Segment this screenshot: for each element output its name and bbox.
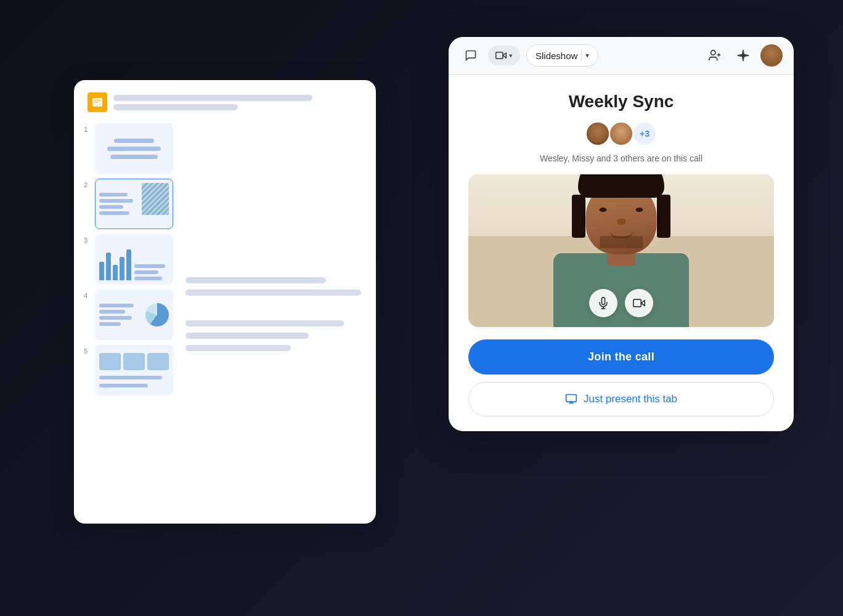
content-line-3 [185,320,344,326]
slide-5-boxes [99,353,169,370]
slide-1-item[interactable]: 1 [84,123,173,174]
participants-row: +3 [468,121,774,146]
more-count-label: +3 [640,129,650,139]
toolbar: ▾ Slideshow ▾ [449,37,794,75]
slide-1-content [96,134,173,164]
content-line-5 [185,345,291,351]
slide-5-content [96,349,173,391]
slides-title-bar [113,95,362,110]
participants-more-badge: +3 [632,121,657,146]
svg-marker-10 [641,301,645,306]
title-line-2 [113,104,238,110]
slideshow-label: Slideshow [536,51,577,61]
slideshow-arrow: ▾ [585,51,589,60]
camera-button[interactable] [625,289,653,317]
slide-2-item[interactable]: 2 [84,179,173,229]
participant-avatar-1 [585,121,610,146]
present-tab-button[interactable]: Just present this tab [468,382,774,416]
svg-rect-4 [496,52,503,59]
svg-rect-11 [633,299,641,307]
slide-3-number: 3 [84,237,91,244]
thumbnails-column: 1 2 [84,123,173,505]
toolbar-avatar[interactable] [760,44,783,67]
slide-1-number: 1 [84,126,91,133]
content-line-1 [185,277,326,283]
scene: 1 2 [0,0,843,616]
main-slide-area [181,123,366,505]
video-controls [589,289,653,317]
slide-5-item[interactable]: 5 [84,345,173,395]
slides-app-icon [88,92,107,112]
pie-chart [145,303,169,326]
toolbar-avatar-face [760,44,783,67]
slide-4-content [96,290,173,339]
svg-rect-1 [94,100,101,101]
content-line-4 [185,333,309,339]
slide-1-thumbnail[interactable] [95,123,173,174]
content-line-2 [185,290,361,296]
participants-text: Wesley, Missy and 3 others are on this c… [468,153,774,163]
slide-3-lines [134,264,169,280]
avatar1-face [587,123,609,145]
slide-2-left [99,183,139,225]
present-tab-icon [565,393,577,405]
hair-left [572,195,585,238]
present-tab-label: Just present this tab [584,393,677,405]
svg-rect-12 [566,395,577,402]
slideshow-button[interactable]: Slideshow ▾ [526,44,598,67]
add-person-button[interactable] [704,44,726,67]
slide-4-item[interactable]: 4 [84,290,173,340]
svg-marker-3 [503,53,506,58]
slide-5-box-2 [123,353,145,370]
bar-chart [99,249,131,280]
slide-2-content [96,179,173,229]
slideshow-divider [581,49,582,62]
slide-5-box-1 [99,353,121,370]
video-preview [468,174,774,327]
slide-3-content [96,235,173,284]
slide-4-lines [99,304,142,326]
modal-body: Weekly Sync +3 Wesley, Missy and 3 other… [449,75,794,431]
video-dropdown-arrow: ▾ [509,52,513,60]
slides-content: 1 2 [84,123,366,505]
slide-2-thumbnail[interactable] [95,179,173,229]
hair-right [657,195,670,238]
slide-3-item[interactable]: 3 [84,234,173,285]
slide-2-number: 2 [84,181,91,188]
video-button[interactable]: ▾ [488,46,520,65]
slides-header [84,92,366,112]
spark-button[interactable] [732,44,754,67]
svg-point-5 [711,51,715,55]
slide-2-image [142,183,169,215]
mic-button[interactable] [589,289,617,317]
slide-5-thumbnail[interactable] [95,345,173,395]
slide-5-number: 5 [84,347,91,355]
chat-button[interactable] [460,44,482,67]
slide-5-box-3 [147,353,169,370]
slide-3-thumbnail[interactable] [95,234,173,285]
meeting-title: Weekly Sync [468,92,774,111]
slide-4-thumbnail[interactable] [95,290,173,340]
meet-modal: ▾ Slideshow ▾ [449,37,794,431]
join-call-button[interactable]: Join the call [468,339,774,375]
title-line-1 [113,95,312,101]
slides-panel: 1 2 [74,80,376,524]
participant-avatar-2 [609,121,633,146]
svg-rect-2 [94,102,99,103]
slide-4-number: 4 [84,292,91,299]
hair-top [578,174,664,198]
avatar2-face [610,123,632,145]
